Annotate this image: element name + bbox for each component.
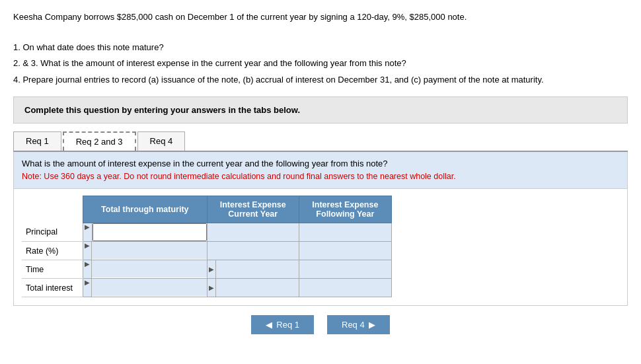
instruction-box: Complete this question by entering your …	[13, 96, 628, 124]
bottom-buttons: ◀ Req 1 Req 4 ▶	[13, 315, 628, 334]
input-principal-following[interactable]	[299, 223, 391, 240]
tab-req2and3[interactable]: Req 2 and 3	[63, 131, 136, 151]
input-rate-current[interactable]	[207, 242, 299, 259]
cell-time-total: ▶	[83, 260, 207, 279]
cell-time-following	[299, 260, 391, 279]
tab-content: What is the amount of interest expense i…	[13, 152, 628, 306]
input-time-following[interactable]	[299, 260, 391, 277]
input-rate-total[interactable]	[92, 242, 207, 259]
cell-principal-following	[299, 223, 391, 242]
input-totalinterest-following[interactable]	[299, 279, 391, 296]
arrow-principal-total[interactable]: ▶	[83, 223, 93, 241]
tab-question-note: Note: Use 360 days a year. Do not round …	[22, 172, 456, 181]
cell-totalinterest-following	[299, 279, 391, 297]
problem-text: Keesha Company borrows $285,000 cash on …	[13, 11, 628, 87]
prev-button[interactable]: ◀ Req 1	[251, 315, 314, 334]
cell-totalinterest-current: ▶	[207, 279, 299, 297]
q1-text: 1. On what date does this note mature?	[13, 41, 628, 55]
input-totalinterest-current[interactable]	[216, 279, 299, 296]
table-wrapper: Total through maturity Interest Expense …	[14, 189, 627, 305]
input-time-total[interactable]	[92, 260, 207, 277]
cell-rate-following	[299, 242, 391, 260]
intro-text: Keesha Company borrows $285,000 cash on …	[13, 11, 628, 24]
cell-principal-total: ▶	[83, 223, 207, 242]
cell-rate-current	[207, 242, 299, 260]
arrow-totalinterest-current[interactable]: ▶	[207, 279, 216, 297]
row-label-total-interest: Total interest	[22, 279, 83, 297]
input-principal-total[interactable]	[93, 223, 207, 241]
cell-time-current: ▶	[207, 260, 299, 279]
instruction-label: Complete this question by entering your …	[24, 105, 300, 115]
table-row: Time ▶ ▶	[22, 260, 392, 279]
next-label: Req 4	[342, 320, 365, 330]
q4-text: 4. Prepare journal entries to record (a)…	[13, 73, 628, 87]
interest-table: Total through maturity Interest Expense …	[22, 196, 392, 297]
row-label-time: Time	[22, 260, 83, 279]
tab-question-main: What is the amount of interest expense i…	[22, 159, 388, 168]
col-header-following: Interest Expense Following Year	[299, 196, 391, 223]
arrow-time-current[interactable]: ▶	[207, 260, 216, 278]
row-label-principal: Principal	[22, 223, 83, 242]
input-rate-following[interactable]	[299, 242, 391, 259]
arrow-time-total[interactable]: ▶	[83, 260, 92, 278]
col-header-label	[22, 196, 83, 223]
arrow-rate-total[interactable]: ▶	[83, 242, 92, 260]
input-principal-current[interactable]	[207, 223, 299, 240]
row-label-rate: Rate (%)	[22, 242, 83, 260]
arrow-totalinterest-total[interactable]: ▶	[83, 279, 92, 297]
cell-totalinterest-total: ▶	[83, 279, 207, 297]
tabs-container: Req 1 Req 2 and 3 Req 4	[13, 131, 628, 152]
input-totalinterest-total[interactable]	[92, 279, 207, 296]
next-button[interactable]: Req 4 ▶	[327, 315, 390, 334]
tab-req4[interactable]: Req 4	[137, 131, 186, 151]
col-header-total: Total through maturity	[83, 196, 207, 223]
table-row: Total interest ▶ ▶	[22, 279, 392, 297]
tab-question: What is the amount of interest expense i…	[14, 152, 627, 189]
prev-label: Req 1	[276, 320, 299, 330]
table-row: Principal ▶	[22, 223, 392, 242]
tab-req1[interactable]: Req 1	[13, 131, 61, 151]
table-row: Rate (%) ▶	[22, 242, 392, 260]
cell-rate-total: ▶	[83, 242, 207, 260]
input-time-current[interactable]	[216, 260, 299, 277]
q2-text: 2. & 3. What is the amount of interest e…	[13, 57, 628, 71]
col-header-current: Interest Expense Current Year	[207, 196, 299, 223]
prev-icon: ◀	[266, 320, 272, 330]
cell-principal-current	[207, 223, 299, 242]
next-icon: ▶	[369, 320, 375, 330]
